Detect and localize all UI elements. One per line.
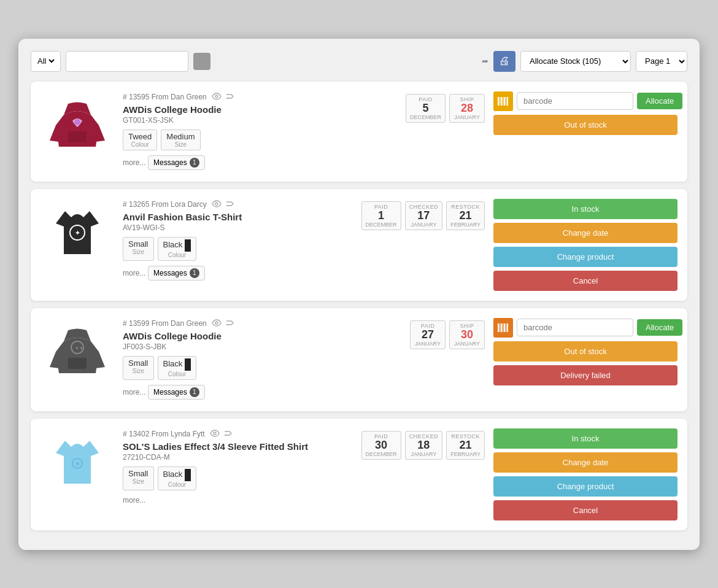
- date-chip: CHECKED 18 JANUARY: [405, 431, 443, 460]
- order-sku: 27210-CDA-M: [123, 453, 353, 462]
- tags-row: Small Size Black Colour: [123, 356, 401, 380]
- svg-rect-4: [500, 97, 500, 106]
- status-button[interactable]: Out of stock: [493, 341, 677, 362]
- product-tag: Black Colour: [158, 466, 197, 490]
- tags-row: Tweed Colour Medium Size: [123, 130, 397, 150]
- order-title: AWDis College Hoodie: [123, 104, 397, 115]
- action-column: In stock Change date Change product Canc…: [493, 428, 677, 520]
- svg-rect-23: [507, 323, 508, 332]
- filter-select[interactable]: All: [31, 51, 61, 72]
- eye-icon[interactable]: [212, 91, 222, 103]
- status-button[interactable]: Change product: [493, 247, 677, 267]
- barcode-input[interactable]: [517, 92, 633, 110]
- order-title: Anvil Fashion Basic T-Shirt: [123, 212, 353, 222]
- shuffle-icon[interactable]: [225, 91, 235, 103]
- order-number: # 13265 From Lora Darcy: [123, 199, 353, 211]
- product-image: ✦✦: [41, 318, 114, 392]
- barcode-input[interactable]: [517, 319, 633, 336]
- allocate-button[interactable]: Allocate: [637, 93, 682, 109]
- order-sku: GT001-XS-JSK: [123, 116, 397, 125]
- print-icon[interactable]: 🖨: [493, 51, 515, 72]
- more-link[interactable]: more...: [123, 388, 145, 397]
- svg-text:⊕: ⊕: [75, 461, 80, 466]
- messages-count: 1: [190, 158, 199, 168]
- svg-rect-0: [68, 131, 87, 142]
- shuffle-icon[interactable]: [225, 318, 235, 330]
- svg-rect-20: [503, 323, 503, 332]
- svg-point-12: [215, 203, 218, 205]
- action-column: Allocate Out of stock Delivery failed: [493, 318, 677, 385]
- more-link[interactable]: more...: [123, 269, 145, 277]
- more-link[interactable]: more...: [123, 158, 145, 167]
- svg-rect-13: [68, 358, 87, 369]
- svg-rect-22: [506, 323, 506, 332]
- date-chip: SHIP 30 JANUARY: [449, 320, 485, 350]
- barcode-row: Allocate: [493, 91, 677, 111]
- status-button[interactable]: Out of stock: [493, 115, 677, 135]
- order-card: ✦✦ # 13599 From Dan Green AWDis College …: [31, 308, 687, 411]
- order-title: SOL'S Ladies Effect 3/4 Sleeve Fitted Sh…: [123, 441, 353, 452]
- svg-text:✦✦: ✦✦: [75, 346, 83, 351]
- status-button[interactable]: In stock: [493, 428, 677, 449]
- order-icons[interactable]: [212, 91, 235, 103]
- allocate-dropdown[interactable]: Allocate Stock (105): [520, 51, 631, 72]
- order-icons[interactable]: [212, 199, 235, 211]
- status-button[interactable]: Change date: [493, 452, 677, 473]
- date-chips: PAID 1 DECEMBER CHECKED 17 JANUARY RESTO…: [361, 201, 485, 231]
- order-info: # 13599 From Dan Green AWDis College Hoo…: [123, 318, 401, 401]
- svg-rect-17: [498, 323, 499, 332]
- svg-rect-5: [501, 97, 502, 106]
- barcode-row: Allocate: [493, 318, 677, 338]
- clear-search-button[interactable]: [193, 53, 210, 70]
- status-button[interactable]: Change date: [493, 223, 677, 243]
- svg-point-26: [214, 432, 216, 435]
- order-number: # 13595 From Dan Green: [123, 91, 397, 103]
- eye-icon[interactable]: [212, 199, 222, 211]
- shuffle-icon[interactable]: [225, 199, 235, 211]
- shuffle-icon[interactable]: [223, 428, 233, 440]
- svg-rect-7: [504, 97, 505, 106]
- orders-list: # 13595 From Dan Green AWDis College Hoo…: [31, 82, 687, 530]
- order-icons[interactable]: [210, 428, 233, 440]
- status-button[interactable]: Cancel: [493, 500, 677, 520]
- logout-icon[interactable]: ➦: [482, 56, 488, 66]
- date-chips: PAID 5 DECEMBER SHIP 28 JANUARY: [406, 94, 485, 123]
- eye-icon[interactable]: [210, 428, 220, 440]
- order-number: # 13402 From Lynda Fytt: [123, 428, 353, 440]
- order-card: ✦ # 13265 From Lora Darcy Anvil Fashion …: [31, 189, 687, 301]
- svg-rect-9: [507, 97, 508, 106]
- order-number: # 13599 From Dan Green: [123, 318, 401, 330]
- messages-count: 1: [190, 268, 199, 278]
- messages-count: 1: [190, 387, 199, 397]
- filter-dropdown[interactable]: All: [35, 56, 56, 66]
- order-sku: AV19-WGI-S: [123, 223, 353, 232]
- order-card: ⊕ # 13402 From Lynda Fytt SOL'S Ladies E…: [31, 419, 687, 530]
- svg-rect-21: [504, 323, 505, 332]
- order-icons[interactable]: [212, 318, 235, 330]
- status-button[interactable]: Delivery failed: [493, 365, 677, 385]
- search-input[interactable]: [66, 51, 188, 72]
- date-chip: PAID 30 DECEMBER: [361, 431, 401, 460]
- product-image: ✦: [41, 199, 114, 273]
- status-button[interactable]: Cancel: [493, 271, 677, 291]
- svg-point-16: [215, 322, 218, 324]
- date-chip: PAID 27 JANUARY: [410, 320, 446, 350]
- messages-badge[interactable]: Messages 1: [148, 385, 205, 400]
- messages-badge[interactable]: Messages 1: [148, 266, 205, 280]
- order-card: # 13595 From Dan Green AWDis College Hoo…: [31, 82, 687, 182]
- app-window: All ➦ 🖨 Allocate Stock (105) Page 1: [18, 39, 700, 550]
- page-dropdown[interactable]: Page 1: [636, 51, 687, 72]
- date-chips: PAID 30 DECEMBER CHECKED 18 JANUARY REST…: [361, 431, 485, 460]
- order-info: # 13402 From Lynda Fytt SOL'S Ladies Eff…: [123, 428, 353, 509]
- eye-icon[interactable]: [212, 318, 222, 330]
- admin-area: ➦ 🖨 Allocate Stock (105) Page 1: [477, 51, 687, 72]
- tags-row: Small Size Black Colour: [123, 466, 353, 490]
- more-link[interactable]: more...: [123, 496, 145, 505]
- order-sku: JF003-S-JBK: [123, 342, 401, 351]
- status-button[interactable]: In stock: [493, 199, 677, 219]
- date-chip: PAID 1 DECEMBER: [361, 201, 401, 231]
- messages-badge[interactable]: Messages 1: [148, 155, 205, 170]
- status-button[interactable]: Change product: [493, 476, 677, 497]
- date-chips: PAID 27 JANUARY SHIP 30 JANUARY: [410, 320, 485, 350]
- allocate-button[interactable]: Allocate: [637, 319, 682, 336]
